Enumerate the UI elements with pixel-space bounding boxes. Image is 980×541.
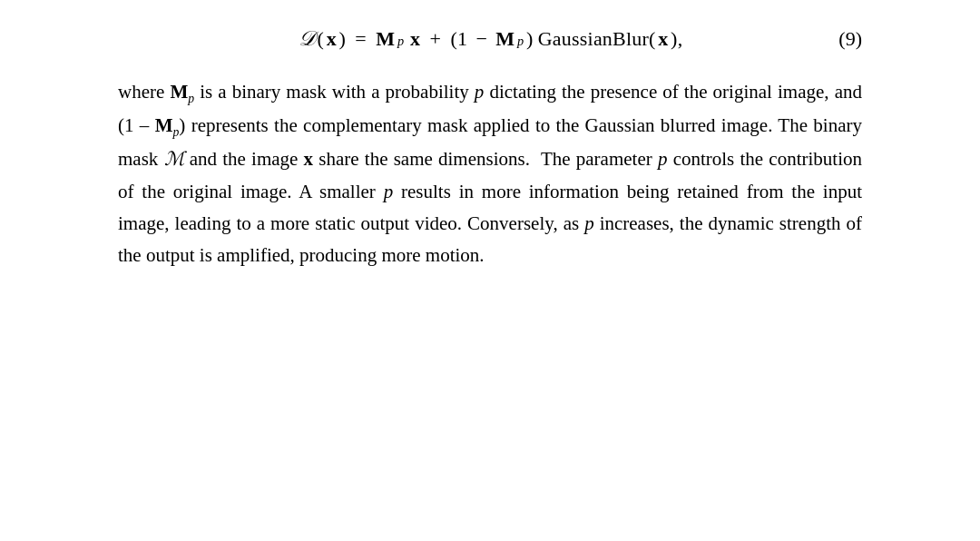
equation-number: (9) bbox=[838, 27, 862, 51]
paragraph-body: where Mp is a binary mask with a probabi… bbox=[118, 76, 862, 271]
equation-block: 𝒟 ( x ) = Mp x + (1 − Mp ) GaussianBlur(… bbox=[118, 27, 862, 51]
equation-display: 𝒟 ( x ) = Mp x + (1 − Mp ) GaussianBlur(… bbox=[298, 27, 683, 51]
page-content: 𝒟 ( x ) = Mp x + (1 − Mp ) GaussianBlur(… bbox=[82, 0, 898, 290]
equation-text: 𝒟 ( x ) = Mp x + (1 − Mp ) GaussianBlur(… bbox=[298, 27, 683, 51]
